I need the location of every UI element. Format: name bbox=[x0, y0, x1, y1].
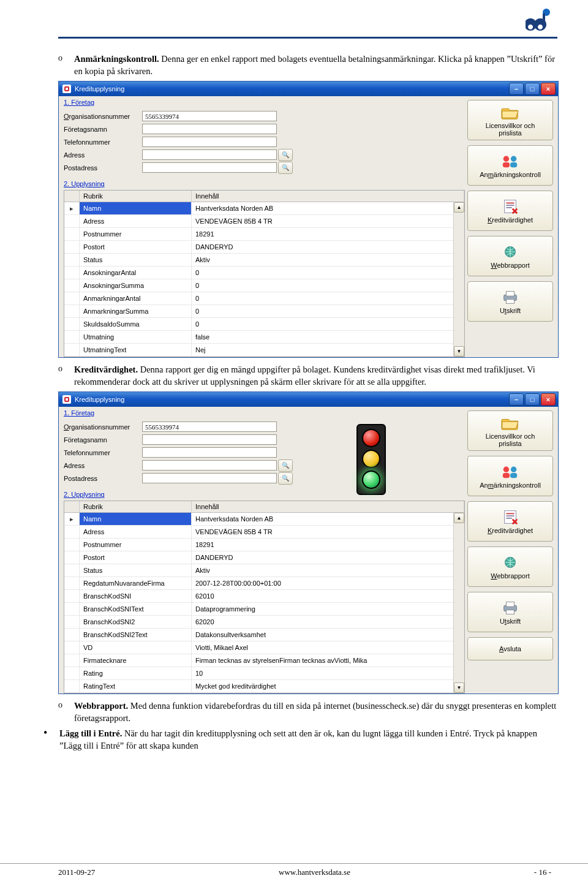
table-row[interactable]: AnsokningarSumma0 bbox=[64, 279, 454, 292]
table-row[interactable]: Utmatningfalse bbox=[64, 331, 454, 344]
input-adr[interactable] bbox=[142, 460, 277, 471]
kreditvardighet-button[interactable]: Kreditvärdighet bbox=[467, 191, 553, 231]
button-label: Licensvillkor och prislista bbox=[486, 433, 535, 447]
table-row[interactable]: UtmatningTextNej bbox=[64, 344, 454, 357]
input-tel[interactable] bbox=[142, 137, 277, 147]
header-rule bbox=[58, 37, 557, 39]
grid-scrollbar[interactable]: ▲ ▼ bbox=[453, 202, 464, 357]
table-row[interactable]: StatusAktiv bbox=[64, 254, 454, 266]
table-row[interactable]: VDViotti, Mikael Axel bbox=[64, 641, 454, 654]
table-row[interactable]: BranschKodSNI2TextDatakonsultverksamhet bbox=[64, 629, 454, 641]
cell-innehall: 0 bbox=[192, 292, 454, 304]
close-button[interactable]: × bbox=[541, 83, 556, 95]
cell-rubrik: UtmatningText bbox=[80, 344, 192, 356]
input-adr[interactable] bbox=[142, 149, 277, 160]
table-row[interactable]: AnsokningarAntal0 bbox=[64, 266, 454, 279]
scroll-down-button[interactable]: ▼ bbox=[454, 682, 464, 693]
cell-rubrik: BranschKodSNIText bbox=[80, 603, 192, 615]
section-1-link[interactable]: 1. Företag bbox=[59, 96, 467, 108]
grid-head-innehall[interactable]: Innehåll bbox=[192, 501, 464, 512]
table-row[interactable]: PostortDANDERYD bbox=[64, 551, 454, 564]
svg-rect-25 bbox=[506, 610, 514, 614]
input-org[interactable] bbox=[142, 111, 277, 121]
table-row[interactable]: FirmatecknareFirman tecknas av styrelsen… bbox=[64, 654, 454, 667]
label-namn: Företagsnamn bbox=[64, 126, 142, 133]
section-2-link[interactable]: 2. Upplysning bbox=[59, 178, 467, 190]
table-row[interactable]: RegdatumNuvarandeFirma2007-12-28T00:00:0… bbox=[64, 577, 454, 590]
input-namn[interactable] bbox=[142, 124, 277, 134]
minimize-button[interactable]: – bbox=[509, 393, 524, 406]
lookup-button[interactable]: 🔍 bbox=[278, 472, 293, 485]
close-button[interactable]: × bbox=[541, 393, 556, 406]
table-row[interactable]: AnmarkningarAntal0 bbox=[64, 292, 454, 305]
table-row[interactable]: SkuldsaldoSumma0 bbox=[64, 318, 454, 331]
table-row[interactable]: BranschKodSNI62010 bbox=[64, 590, 454, 603]
table-row[interactable]: Rating10 bbox=[64, 667, 454, 680]
maximize-button[interactable]: □ bbox=[525, 393, 540, 406]
cell-rubrik: AnsokningarAntal bbox=[80, 266, 192, 279]
table-row[interactable]: RatingTextMycket god kreditvärdighet bbox=[64, 680, 454, 693]
scroll-up-button[interactable]: ▲ bbox=[454, 513, 464, 523]
grid-head-rubrik[interactable]: Rubrik bbox=[80, 191, 192, 202]
minimize-button[interactable]: – bbox=[509, 83, 524, 95]
cell-rubrik: RatingText bbox=[80, 680, 192, 692]
bullet-body: Denna rapport ger dig en mängd uppgifter… bbox=[74, 365, 535, 387]
cell-innehall: VENDEVÄGEN 85B 4 TR bbox=[192, 526, 454, 538]
input-post[interactable] bbox=[142, 473, 277, 483]
anmarkningskontroll-button[interactable]: Anmärkningskontroll bbox=[467, 145, 553, 186]
grid-head-innehall[interactable]: Innehåll bbox=[192, 191, 464, 202]
row-marker bbox=[64, 603, 80, 615]
input-namn[interactable] bbox=[142, 434, 277, 445]
cell-innehall: Aktiv bbox=[192, 564, 454, 576]
cell-rubrik: VD bbox=[80, 641, 192, 654]
screenshot-2: Kreditupplysning – □ × 1. Företag Organi… bbox=[58, 391, 559, 694]
table-row[interactable]: AdressVENDEVÄGEN 85B 4 TR bbox=[64, 215, 454, 228]
cell-rubrik: Adress bbox=[80, 215, 192, 227]
licensvillkor-button[interactable]: Licensvillkor och prislista bbox=[467, 100, 553, 140]
globe-icon bbox=[501, 243, 519, 260]
grid-scrollbar[interactable]: ▲ ▼ bbox=[453, 513, 464, 693]
table-row[interactable]: Postnummer18291 bbox=[64, 539, 454, 551]
utskrift-button[interactable]: Utskrift bbox=[467, 281, 553, 322]
section-2-link[interactable]: 2. Upplysning bbox=[59, 488, 467, 501]
webbrapport-button[interactable]: Webbrapport bbox=[467, 236, 553, 276]
avsluta-button[interactable]: Avsluta bbox=[467, 637, 553, 660]
utskrift-button[interactable]: Utskrift bbox=[467, 592, 553, 632]
cell-innehall: 62020 bbox=[192, 616, 454, 628]
webbrapport-button[interactable]: Webbrapport bbox=[467, 546, 553, 587]
svg-rect-17 bbox=[510, 473, 517, 478]
anmarkningskontroll-button[interactable]: Anmärkningskontroll bbox=[467, 456, 553, 496]
table-row[interactable]: BranschKodSNI262020 bbox=[64, 616, 454, 629]
cell-innehall: Hantverksdata Norden AB bbox=[192, 202, 454, 214]
scroll-up-button[interactable]: ▲ bbox=[454, 202, 464, 213]
table-row[interactable]: Postnummer18291 bbox=[64, 228, 454, 241]
input-post[interactable] bbox=[142, 162, 277, 173]
table-row[interactable]: AnmarkningarSumma0 bbox=[64, 305, 454, 318]
lookup-button[interactable]: 🔍 bbox=[278, 149, 293, 161]
table-row[interactable]: PostortDANDERYD bbox=[64, 241, 454, 254]
input-tel[interactable] bbox=[142, 447, 277, 458]
section-1-link[interactable]: 1. Företag bbox=[59, 407, 467, 419]
lookup-button[interactable]: 🔍 bbox=[278, 162, 293, 174]
cell-innehall: Datakonsultverksamhet bbox=[192, 629, 454, 641]
footer-page: - 16 - bbox=[534, 867, 551, 877]
table-row[interactable]: ▸NamnHantverksdata Norden AB bbox=[64, 513, 454, 526]
svg-rect-20 bbox=[506, 515, 514, 516]
table-row[interactable]: BranschKodSNITextDataprogrammering bbox=[64, 603, 454, 616]
table-row[interactable]: AdressVENDEVÄGEN 85B 4 TR bbox=[64, 526, 454, 539]
svg-rect-8 bbox=[506, 205, 514, 206]
lookup-button[interactable]: 🔍 bbox=[278, 459, 293, 472]
kreditvardighet-button[interactable]: Kreditvärdighet bbox=[467, 501, 553, 542]
maximize-button[interactable]: □ bbox=[525, 83, 540, 95]
cell-rubrik: Postort bbox=[80, 551, 192, 564]
footer-date: 2011-09-27 bbox=[58, 867, 95, 877]
table-row[interactable]: StatusAktiv bbox=[64, 564, 454, 577]
licensvillkor-button[interactable]: Licensvillkor och prislista bbox=[467, 410, 553, 451]
svg-rect-5 bbox=[510, 162, 517, 167]
row-marker bbox=[64, 279, 80, 292]
table-row[interactable]: ▸NamnHantverksdata Norden AB bbox=[64, 202, 454, 215]
grid-head-rubrik[interactable]: Rubrik bbox=[80, 501, 192, 512]
input-org[interactable] bbox=[142, 421, 277, 432]
scroll-down-button[interactable]: ▼ bbox=[454, 346, 464, 357]
svg-rect-21 bbox=[506, 518, 511, 519]
